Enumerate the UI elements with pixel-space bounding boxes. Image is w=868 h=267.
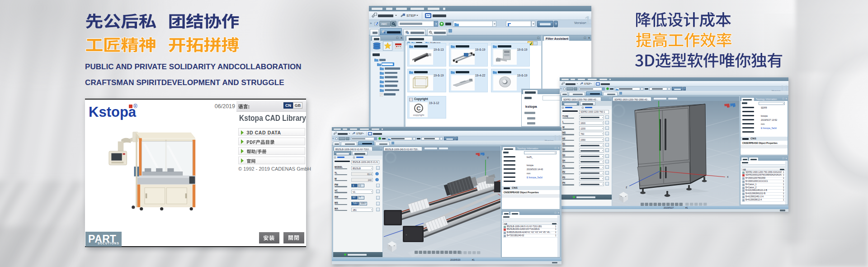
svg-text:C: C [416,105,421,112]
svg-text:Y: Y [487,156,489,159]
svg-text:x: x [727,175,729,178]
svg-text:z: z [626,186,627,189]
svg-text:copyright: copyright [413,114,425,116]
